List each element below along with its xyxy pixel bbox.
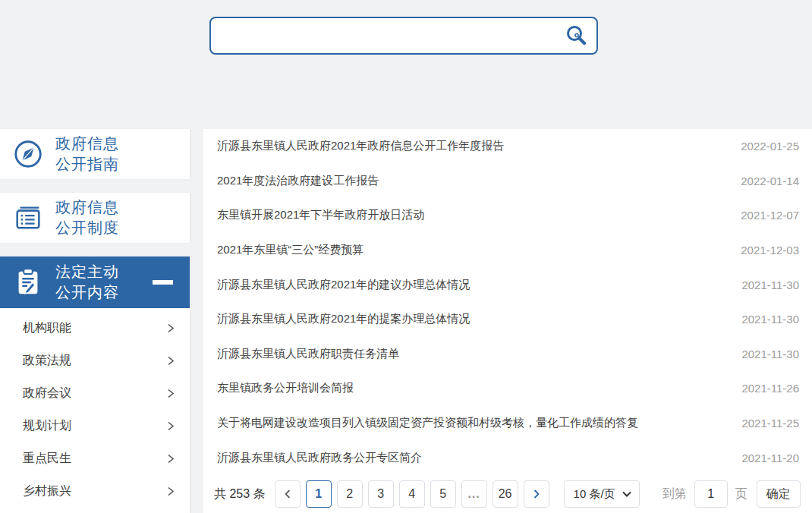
sidebar-submenu: 机构职能 政策法规 政府会议 规划计划 (0, 308, 190, 513)
page-button-26[interactable]: 26 (493, 480, 518, 508)
total-count-label: 共 253 条 (214, 486, 266, 502)
page-size-select[interactable]: 10 条/页 (564, 480, 640, 508)
next-page-button[interactable] (524, 480, 549, 508)
search-input[interactable] (211, 18, 555, 53)
article-link[interactable]: 沂源县东里镇人民政府2021年政府信息公开工作年度报告 (217, 139, 722, 153)
page-button-1[interactable]: 1 (306, 480, 332, 508)
chevron-left-icon (282, 489, 293, 499)
compass-icon (12, 138, 44, 170)
chevron-right-icon (165, 323, 176, 334)
article-row: 2021年度法治政府建设工作报告 2022-01-14 (203, 164, 812, 199)
sidebar-item-label: 政府信息 公开指南 (55, 134, 119, 175)
goto-page-suffix-label: 页 (735, 486, 747, 502)
sidebar-item-label: 政府信息 公开制度 (55, 197, 119, 238)
article-link[interactable]: 2021年东里镇“三公”经费预算 (217, 243, 722, 257)
article-date: 2022-01-14 (741, 175, 799, 187)
article-date: 2021-11-30 (741, 348, 799, 360)
sidebar-subitem-key-livelihood[interactable]: 重点民生 (0, 442, 190, 475)
search-button[interactable] (555, 18, 596, 53)
article-link[interactable]: 东里镇政务公开培训会简报 (217, 381, 723, 395)
article-row: 沂源县东里镇人民政府2021年的建议办理总体情况 2021-11-30 (203, 267, 812, 302)
article-row: 沂源县东里镇人民政府政务公开专区简介 2021-11-20 (203, 440, 812, 475)
goto-page-input[interactable] (694, 480, 728, 508)
sidebar-item-disclosure-system[interactable]: 政府信息 公开制度 (0, 193, 190, 243)
clipboard-pencil-icon (12, 266, 44, 298)
chevron-right-icon (531, 489, 542, 499)
sidebar-subitem-agency-functions[interactable]: 机构职能 (0, 312, 190, 345)
page-size-value: 10 条/页 (574, 487, 615, 502)
article-row: 关于将电网建设改造项目列入镇级固定资产投资额和村级考核，量化工作成绩的答复 20… (203, 406, 812, 441)
article-link[interactable]: 沂源县东里镇人民政府2021年的建议办理总体情况 (217, 278, 723, 292)
article-row: 东里镇政务公开培训会简报 2021-11-26 (203, 371, 812, 406)
search-box (209, 17, 598, 55)
page-button-5[interactable]: 5 (430, 480, 456, 508)
government-info-disclosure-page: 政府信息 公开指南 政府信息 公开制度 (0, 0, 812, 513)
sidebar-subitem-rural-revitalization[interactable]: 乡村振兴 (0, 475, 190, 508)
more-pages-button[interactable]: ... (461, 480, 487, 508)
page-button-2[interactable]: 2 (337, 480, 363, 508)
subitem-label: 政策法规 (23, 353, 71, 369)
goto-page-prefix-label: 到第 (663, 486, 687, 502)
subitem-label: 乡村振兴 (23, 483, 71, 499)
subitem-label: 规划计划 (23, 418, 71, 434)
article-date: 2021-12-07 (741, 209, 799, 222)
collapse-minus-icon[interactable] (153, 280, 173, 285)
chevron-down-icon (622, 491, 631, 497)
page-button-4[interactable]: 4 (399, 480, 425, 508)
subitem-label: 政府会议 (23, 386, 71, 401)
chevron-right-icon (165, 486, 176, 497)
article-link[interactable]: 东里镇开展2021年下半年政府开放日活动 (217, 208, 722, 222)
article-date: 2021-11-30 (741, 313, 799, 326)
article-link[interactable]: 关于将电网建设改造项目列入镇级固定资产投资额和村级考核，量化工作成绩的答复 (217, 416, 723, 430)
sidebar-item-statutory-disclosure[interactable]: 法定主动 公开内容 (0, 256, 190, 308)
sidebar: 政府信息 公开指南 政府信息 公开制度 (0, 129, 190, 513)
article-date: 2021-11-25 (741, 417, 799, 430)
article-date: 2022-01-25 (741, 140, 799, 153)
article-list: 沂源县东里镇人民政府2021年政府信息公开工作年度报告 2022-01-25 2… (203, 129, 812, 475)
confirm-button[interactable]: 确定 (757, 480, 801, 508)
search-icon (564, 24, 588, 48)
prev-page-button[interactable] (275, 480, 301, 508)
subitem-label: 机构职能 (23, 320, 71, 336)
article-date: 2021-11-30 (741, 279, 799, 291)
article-list-panel: 沂源县东里镇人民政府2021年政府信息公开工作年度报告 2022-01-25 2… (203, 129, 812, 513)
sidebar-item-label: 法定主动 公开内容 (55, 262, 119, 303)
chevron-right-icon (165, 453, 176, 464)
chevron-right-icon (165, 420, 176, 432)
chevron-right-icon (165, 355, 176, 367)
article-link[interactable]: 沂源县东里镇人民政府2021年的提案办理总体情况 (217, 312, 723, 326)
page-button-3[interactable]: 3 (368, 480, 394, 508)
sidebar-subitem-government-meetings[interactable]: 政府会议 (0, 377, 190, 410)
subitem-label: 重点民生 (23, 451, 71, 467)
pagination-bar: 共 253 条 1 2 3 4 5 ... 26 10 条/页 (203, 475, 812, 513)
sidebar-subitem-planning[interactable]: 规划计划 (0, 410, 190, 442)
article-date: 2021-11-20 (741, 452, 799, 464)
article-link[interactable]: 沂源县东里镇人民政府政务公开专区简介 (217, 451, 723, 465)
article-link[interactable]: 沂源县东里镇人民政府职责任务清单 (217, 347, 723, 361)
article-row: 东里镇开展2021年下半年政府开放日活动 2021-12-07 (203, 198, 812, 233)
chevron-right-icon (165, 388, 176, 399)
sidebar-subitem-policies-regulations[interactable]: 政策法规 (0, 345, 190, 377)
article-link[interactable]: 2021年度法治政府建设工作报告 (217, 174, 722, 188)
article-row: 沂源县东里镇人民政府2021年的提案办理总体情况 2021-11-30 (203, 302, 812, 337)
article-row: 2021年东里镇“三公”经费预算 2021-12-03 (203, 233, 812, 268)
sidebar-item-disclosure-guide[interactable]: 政府信息 公开指南 (0, 129, 190, 179)
notebook-icon (12, 202, 44, 234)
article-row: 沂源县东里镇人民政府职责任务清单 2021-11-30 (203, 337, 812, 372)
article-date: 2021-12-03 (741, 244, 799, 256)
article-row: 沂源县东里镇人民政府2021年政府信息公开工作年度报告 2022-01-25 (203, 129, 812, 164)
article-date: 2021-11-26 (741, 382, 799, 395)
